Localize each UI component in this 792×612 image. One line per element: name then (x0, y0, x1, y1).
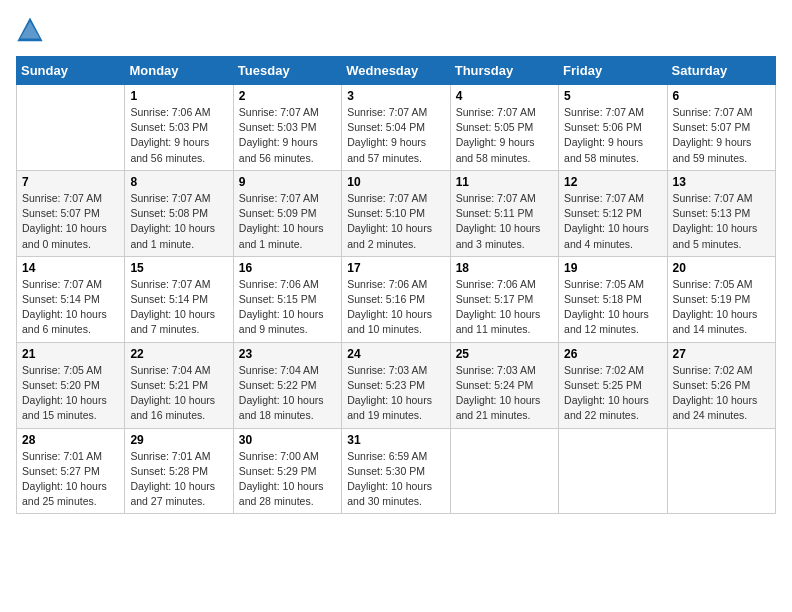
calendar-cell: 26Sunrise: 7:02 AMSunset: 5:25 PMDayligh… (559, 342, 667, 428)
day-number: 17 (347, 261, 444, 275)
day-number: 6 (673, 89, 770, 103)
day-number: 2 (239, 89, 336, 103)
logo (16, 16, 48, 44)
day-header-monday: Monday (125, 57, 233, 85)
calendar-cell: 17Sunrise: 7:06 AMSunset: 5:16 PMDayligh… (342, 256, 450, 342)
calendar-cell: 12Sunrise: 7:07 AMSunset: 5:12 PMDayligh… (559, 170, 667, 256)
day-info: Sunrise: 7:07 AMSunset: 5:05 PMDaylight:… (456, 105, 553, 166)
calendar-cell: 28Sunrise: 7:01 AMSunset: 5:27 PMDayligh… (17, 428, 125, 514)
calendar-cell: 22Sunrise: 7:04 AMSunset: 5:21 PMDayligh… (125, 342, 233, 428)
day-number: 9 (239, 175, 336, 189)
day-number: 26 (564, 347, 661, 361)
calendar-cell: 13Sunrise: 7:07 AMSunset: 5:13 PMDayligh… (667, 170, 775, 256)
day-header-saturday: Saturday (667, 57, 775, 85)
day-header-wednesday: Wednesday (342, 57, 450, 85)
day-number: 29 (130, 433, 227, 447)
calendar-cell: 9Sunrise: 7:07 AMSunset: 5:09 PMDaylight… (233, 170, 341, 256)
calendar-cell: 19Sunrise: 7:05 AMSunset: 5:18 PMDayligh… (559, 256, 667, 342)
day-number: 27 (673, 347, 770, 361)
calendar-week-row: 28Sunrise: 7:01 AMSunset: 5:27 PMDayligh… (17, 428, 776, 514)
day-info: Sunrise: 7:07 AMSunset: 5:13 PMDaylight:… (673, 191, 770, 252)
calendar-cell: 29Sunrise: 7:01 AMSunset: 5:28 PMDayligh… (125, 428, 233, 514)
day-info: Sunrise: 7:07 AMSunset: 5:11 PMDaylight:… (456, 191, 553, 252)
calendar-cell (559, 428, 667, 514)
calendar-week-row: 14Sunrise: 7:07 AMSunset: 5:14 PMDayligh… (17, 256, 776, 342)
day-info: Sunrise: 7:07 AMSunset: 5:04 PMDaylight:… (347, 105, 444, 166)
day-info: Sunrise: 7:07 AMSunset: 5:14 PMDaylight:… (130, 277, 227, 338)
day-number: 16 (239, 261, 336, 275)
day-number: 11 (456, 175, 553, 189)
day-number: 31 (347, 433, 444, 447)
day-number: 5 (564, 89, 661, 103)
calendar-cell: 3Sunrise: 7:07 AMSunset: 5:04 PMDaylight… (342, 85, 450, 171)
calendar-cell: 21Sunrise: 7:05 AMSunset: 5:20 PMDayligh… (17, 342, 125, 428)
day-number: 23 (239, 347, 336, 361)
day-info: Sunrise: 7:05 AMSunset: 5:20 PMDaylight:… (22, 363, 119, 424)
calendar-cell: 5Sunrise: 7:07 AMSunset: 5:06 PMDaylight… (559, 85, 667, 171)
day-info: Sunrise: 7:01 AMSunset: 5:27 PMDaylight:… (22, 449, 119, 510)
calendar-cell: 24Sunrise: 7:03 AMSunset: 5:23 PMDayligh… (342, 342, 450, 428)
calendar-cell: 11Sunrise: 7:07 AMSunset: 5:11 PMDayligh… (450, 170, 558, 256)
day-header-friday: Friday (559, 57, 667, 85)
calendar-cell (667, 428, 775, 514)
svg-marker-1 (20, 22, 40, 39)
calendar-week-row: 21Sunrise: 7:05 AMSunset: 5:20 PMDayligh… (17, 342, 776, 428)
day-info: Sunrise: 7:01 AMSunset: 5:28 PMDaylight:… (130, 449, 227, 510)
day-number: 4 (456, 89, 553, 103)
calendar-cell: 14Sunrise: 7:07 AMSunset: 5:14 PMDayligh… (17, 256, 125, 342)
calendar-cell: 27Sunrise: 7:02 AMSunset: 5:26 PMDayligh… (667, 342, 775, 428)
day-info: Sunrise: 7:07 AMSunset: 5:10 PMDaylight:… (347, 191, 444, 252)
calendar-week-row: 1Sunrise: 7:06 AMSunset: 5:03 PMDaylight… (17, 85, 776, 171)
day-number: 20 (673, 261, 770, 275)
calendar-cell: 16Sunrise: 7:06 AMSunset: 5:15 PMDayligh… (233, 256, 341, 342)
day-header-tuesday: Tuesday (233, 57, 341, 85)
calendar-cell: 2Sunrise: 7:07 AMSunset: 5:03 PMDaylight… (233, 85, 341, 171)
calendar-cell: 31Sunrise: 6:59 AMSunset: 5:30 PMDayligh… (342, 428, 450, 514)
day-number: 13 (673, 175, 770, 189)
day-info: Sunrise: 7:02 AMSunset: 5:26 PMDaylight:… (673, 363, 770, 424)
day-info: Sunrise: 6:59 AMSunset: 5:30 PMDaylight:… (347, 449, 444, 510)
calendar-cell: 23Sunrise: 7:04 AMSunset: 5:22 PMDayligh… (233, 342, 341, 428)
day-info: Sunrise: 7:06 AMSunset: 5:15 PMDaylight:… (239, 277, 336, 338)
calendar-header-row: SundayMondayTuesdayWednesdayThursdayFrid… (17, 57, 776, 85)
day-info: Sunrise: 7:04 AMSunset: 5:22 PMDaylight:… (239, 363, 336, 424)
calendar-week-row: 7Sunrise: 7:07 AMSunset: 5:07 PMDaylight… (17, 170, 776, 256)
calendar-cell: 30Sunrise: 7:00 AMSunset: 5:29 PMDayligh… (233, 428, 341, 514)
day-header-thursday: Thursday (450, 57, 558, 85)
calendar-cell (17, 85, 125, 171)
calendar-cell: 1Sunrise: 7:06 AMSunset: 5:03 PMDaylight… (125, 85, 233, 171)
day-info: Sunrise: 7:06 AMSunset: 5:16 PMDaylight:… (347, 277, 444, 338)
day-header-sunday: Sunday (17, 57, 125, 85)
day-number: 8 (130, 175, 227, 189)
day-number: 14 (22, 261, 119, 275)
day-info: Sunrise: 7:07 AMSunset: 5:07 PMDaylight:… (22, 191, 119, 252)
day-info: Sunrise: 7:07 AMSunset: 5:07 PMDaylight:… (673, 105, 770, 166)
day-number: 22 (130, 347, 227, 361)
day-number: 24 (347, 347, 444, 361)
day-info: Sunrise: 7:05 AMSunset: 5:18 PMDaylight:… (564, 277, 661, 338)
day-info: Sunrise: 7:03 AMSunset: 5:23 PMDaylight:… (347, 363, 444, 424)
calendar-cell: 6Sunrise: 7:07 AMSunset: 5:07 PMDaylight… (667, 85, 775, 171)
day-number: 21 (22, 347, 119, 361)
day-info: Sunrise: 7:07 AMSunset: 5:14 PMDaylight:… (22, 277, 119, 338)
calendar-cell: 10Sunrise: 7:07 AMSunset: 5:10 PMDayligh… (342, 170, 450, 256)
calendar-cell: 25Sunrise: 7:03 AMSunset: 5:24 PMDayligh… (450, 342, 558, 428)
day-number: 18 (456, 261, 553, 275)
page-header (16, 16, 776, 44)
day-number: 19 (564, 261, 661, 275)
day-info: Sunrise: 7:06 AMSunset: 5:17 PMDaylight:… (456, 277, 553, 338)
calendar-cell: 20Sunrise: 7:05 AMSunset: 5:19 PMDayligh… (667, 256, 775, 342)
day-info: Sunrise: 7:06 AMSunset: 5:03 PMDaylight:… (130, 105, 227, 166)
calendar-table: SundayMondayTuesdayWednesdayThursdayFrid… (16, 56, 776, 514)
day-info: Sunrise: 7:07 AMSunset: 5:09 PMDaylight:… (239, 191, 336, 252)
day-number: 28 (22, 433, 119, 447)
logo-icon (16, 16, 44, 44)
day-number: 25 (456, 347, 553, 361)
calendar-cell: 8Sunrise: 7:07 AMSunset: 5:08 PMDaylight… (125, 170, 233, 256)
day-number: 7 (22, 175, 119, 189)
calendar-cell (450, 428, 558, 514)
calendar-cell: 15Sunrise: 7:07 AMSunset: 5:14 PMDayligh… (125, 256, 233, 342)
day-number: 10 (347, 175, 444, 189)
calendar-cell: 4Sunrise: 7:07 AMSunset: 5:05 PMDaylight… (450, 85, 558, 171)
day-info: Sunrise: 7:07 AMSunset: 5:06 PMDaylight:… (564, 105, 661, 166)
